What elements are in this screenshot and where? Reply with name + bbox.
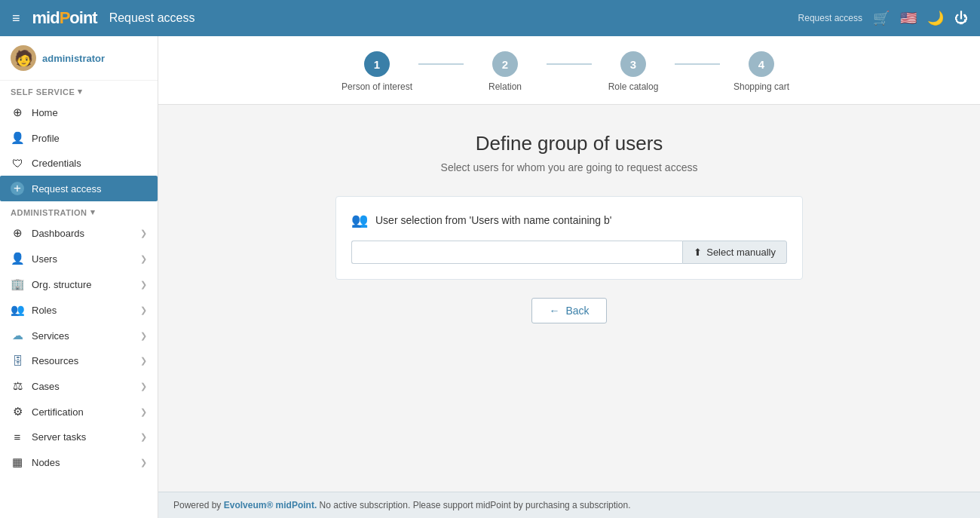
request-access-nav-link[interactable]: Request access bbox=[798, 13, 862, 23]
search-row: ⬆ Select manually bbox=[351, 241, 787, 264]
home-icon: ⊕ bbox=[11, 106, 24, 119]
footer-text-suffix: No active subscription. Please support m… bbox=[317, 500, 630, 510]
card-header-text: User selection from 'Users with name con… bbox=[375, 214, 611, 226]
step-circle-4: 4 bbox=[749, 51, 774, 77]
chevron-right-icon: ❯ bbox=[140, 458, 147, 467]
dark-mode-icon[interactable]: 🌙 bbox=[927, 10, 944, 26]
chevron-right-icon: ❯ bbox=[140, 407, 147, 417]
step-label-1: Person of interest bbox=[341, 81, 412, 92]
cases-icon: ⚖ bbox=[11, 379, 24, 393]
sidebar-item-label: Server tasks bbox=[32, 431, 86, 443]
sidebar-item-label: Nodes bbox=[32, 457, 60, 468]
search-input[interactable] bbox=[351, 241, 682, 264]
chevron-right-icon: ❯ bbox=[140, 432, 147, 442]
step-circle-2: 2 bbox=[492, 51, 518, 77]
sidebar-item-cases[interactable]: ⚖ Cases ❯ bbox=[0, 373, 158, 399]
arrow-left-icon: ← bbox=[549, 305, 559, 317]
topnav: ≡ midPoint Request access Request access… bbox=[0, 0, 980, 36]
chevron-right-icon: ❯ bbox=[140, 382, 147, 391]
dashboards-icon: ⊕ bbox=[11, 226, 24, 240]
cursor-icon: ⬆ bbox=[694, 247, 702, 258]
step-circle-3: 3 bbox=[620, 51, 646, 77]
step-relation: 2 Relation bbox=[456, 51, 554, 92]
sidebar-item-label: Services bbox=[32, 330, 69, 342]
sidebar-username[interactable]: administrator bbox=[42, 53, 105, 64]
nodes-icon: ▦ bbox=[11, 455, 24, 469]
page-subtitle: Select users for whom you are going to r… bbox=[441, 161, 698, 173]
chevron-right-icon: ❯ bbox=[140, 356, 147, 366]
services-icon: ☁ bbox=[11, 329, 24, 342]
sidebar-item-label: Dashboards bbox=[32, 228, 84, 239]
sidebar-item-services[interactable]: ☁ Services ❯ bbox=[0, 323, 158, 348]
sidebar-item-label: Roles bbox=[32, 305, 57, 316]
step-shopping-cart: 4 Shopping cart bbox=[712, 51, 810, 92]
footer-app: midPoint. bbox=[276, 500, 317, 510]
group-icon: 👥 bbox=[351, 212, 368, 228]
sidebar-item-label: Resources bbox=[32, 355, 78, 366]
sidebar-item-dashboards[interactable]: ⊕ Dashboards ❯ bbox=[0, 220, 158, 246]
avatar: 🧑 bbox=[11, 45, 36, 71]
step-person-of-interest: 1 Person of interest bbox=[328, 51, 426, 92]
sidebar-item-label: Certification bbox=[32, 406, 84, 418]
self-service-section-header: Self Service ▾ bbox=[0, 81, 158, 100]
sidebar-item-nodes[interactable]: ▦ Nodes ❯ bbox=[0, 449, 158, 475]
sidebar-item-label: Home bbox=[32, 107, 58, 118]
sidebar-item-request-access[interactable]: + Request access bbox=[0, 176, 158, 201]
page-heading: Request access bbox=[109, 11, 195, 25]
hamburger-icon[interactable]: ≡ bbox=[12, 11, 20, 26]
administration-section-header: Administration ▾ bbox=[0, 201, 158, 220]
back-button[interactable]: ← Back bbox=[531, 298, 606, 323]
roles-icon: 👥 bbox=[11, 303, 24, 317]
sidebar-item-label: Credentials bbox=[32, 158, 81, 169]
cart-icon[interactable]: 🛒 bbox=[873, 10, 890, 26]
sidebar-item-org-structure[interactable]: 🏢 Org. structure ❯ bbox=[0, 271, 158, 297]
resources-icon: 🗄 bbox=[11, 354, 24, 367]
sidebar-item-label: Request access bbox=[32, 183, 102, 195]
chevron-right-icon: ❯ bbox=[140, 254, 147, 264]
footer: Powered by Evolveum® midPoint. No active… bbox=[158, 492, 980, 518]
sidebar-item-roles[interactable]: 👥 Roles ❯ bbox=[0, 297, 158, 323]
users-icon: 👤 bbox=[11, 252, 24, 265]
main-area: 1 Person of interest 2 Relation 3 Rol bbox=[158, 36, 980, 518]
chevron-right-icon: ❯ bbox=[140, 280, 147, 290]
sidebar-item-label: Users bbox=[32, 253, 57, 265]
power-icon[interactable]: ⏻ bbox=[954, 11, 968, 26]
step-circle-1: 1 bbox=[364, 51, 390, 77]
app-logo: midPoint bbox=[32, 8, 97, 28]
sidebar-item-label: Org. structure bbox=[32, 279, 91, 290]
sidebar-item-server-tasks[interactable]: ≡ Server tasks ❯ bbox=[0, 425, 158, 449]
sidebar: 🧑 administrator Self Service ▾ ⊕ Home 👤 … bbox=[0, 36, 158, 518]
sidebar-item-profile[interactable]: 👤 Profile bbox=[0, 125, 158, 151]
page-content: Define group of users Select users for w… bbox=[158, 105, 980, 492]
footer-text-prefix: Powered by bbox=[173, 500, 224, 510]
server-tasks-icon: ≡ bbox=[11, 431, 24, 443]
sidebar-item-home[interactable]: ⊕ Home bbox=[0, 100, 158, 125]
language-flag-icon[interactable]: 🇺🇸 bbox=[900, 10, 917, 26]
credentials-icon: 🛡 bbox=[11, 157, 24, 170]
sidebar-item-label: Cases bbox=[32, 381, 60, 392]
sidebar-item-users[interactable]: 👤 Users ❯ bbox=[0, 246, 158, 271]
stepper-area: 1 Person of interest 2 Relation 3 Rol bbox=[158, 36, 980, 105]
step-role-catalog: 3 Role catalog bbox=[584, 51, 682, 92]
step-label-4: Shopping cart bbox=[733, 81, 789, 92]
user-selection-card: 👥 User selection from 'Users with name c… bbox=[335, 196, 803, 280]
sidebar-user-area: 🧑 administrator bbox=[0, 36, 158, 81]
select-manually-button[interactable]: ⬆ Select manually bbox=[682, 241, 787, 264]
sidebar-item-resources[interactable]: 🗄 Resources ❯ bbox=[0, 348, 158, 373]
step-label-2: Relation bbox=[488, 81, 522, 92]
sidebar-item-credentials[interactable]: 🛡 Credentials bbox=[0, 151, 158, 176]
certification-icon: ⚙ bbox=[11, 405, 24, 418]
step-label-3: Role catalog bbox=[608, 81, 659, 92]
chevron-right-icon: ❯ bbox=[140, 331, 147, 341]
sidebar-item-label: Profile bbox=[32, 133, 60, 144]
org-structure-icon: 🏢 bbox=[11, 277, 24, 291]
chevron-right-icon: ❯ bbox=[140, 228, 147, 238]
profile-icon: 👤 bbox=[11, 131, 24, 145]
chevron-right-icon: ❯ bbox=[140, 305, 147, 315]
request-access-icon: + bbox=[11, 182, 24, 195]
page-title: Define group of users bbox=[476, 132, 663, 155]
sidebar-item-certification[interactable]: ⚙ Certification ❯ bbox=[0, 399, 158, 425]
footer-brand: Evolveum® bbox=[224, 500, 274, 510]
